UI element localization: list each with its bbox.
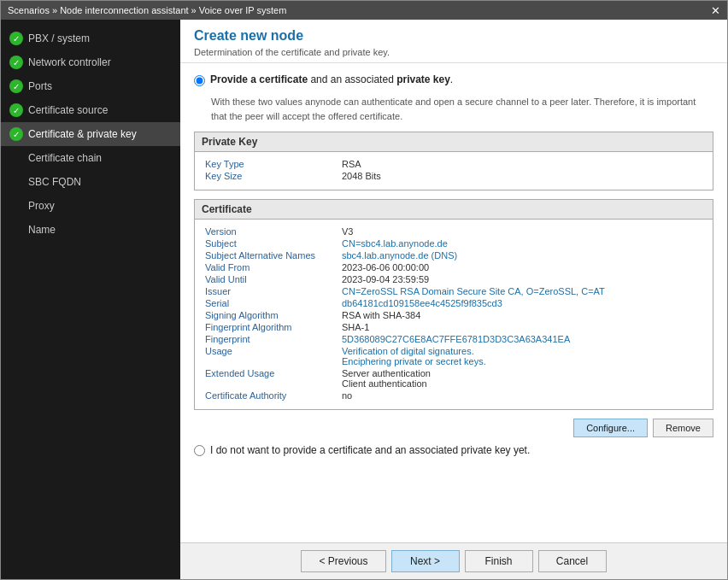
extended-usage-value: Server authenticationClient authenticati… bbox=[342, 368, 431, 389]
main-content: Provide a certificate and an associated … bbox=[180, 63, 727, 542]
valid-until-row: Valid Until 2023-09-04 23:59:59 bbox=[205, 274, 702, 284]
sidebar-item-label-sbc-fqdn: SBC FQDN bbox=[28, 176, 81, 188]
radio-no-provide-option: I do not want to provide a certificate a… bbox=[194, 444, 713, 456]
usage-label: Usage bbox=[205, 346, 342, 366]
private-key-box: Private Key Key Type RSA Key Size 2048 B… bbox=[194, 132, 713, 190]
radio-no-provide-bold2: private key bbox=[461, 444, 511, 456]
check-icon-network-controller: ✓ bbox=[9, 56, 23, 69]
sidebar-item-network-controller[interactable]: ✓Network controller bbox=[1, 50, 180, 74]
valid-from-value: 2023-06-06 00:00:00 bbox=[342, 262, 429, 272]
page-title: Create new node bbox=[194, 28, 713, 44]
private-key-header: Private Key bbox=[195, 132, 713, 152]
cert-authority-row: Certificate Authority no bbox=[205, 390, 702, 401]
cert-authority-label: Certificate Authority bbox=[205, 390, 342, 401]
sidebar-item-proxy[interactable]: Proxy bbox=[1, 194, 180, 218]
key-type-value: RSA bbox=[342, 159, 361, 169]
sidebar-item-certificate-source[interactable]: ✓Certificate source bbox=[1, 98, 180, 122]
extended-usage-row: Extended Usage Server authenticationClie… bbox=[205, 368, 702, 389]
radio-provide-description: With these two values anynode can authen… bbox=[211, 95, 713, 123]
serial-row: Serial db64181cd109158ee4c4525f9f835cd3 bbox=[205, 298, 702, 308]
fingerprint-alg-label: Fingerprint Algorithm bbox=[205, 322, 342, 332]
sidebar-item-pbx-system[interactable]: ✓PBX / system bbox=[1, 26, 180, 50]
radio-provide-bold1: Provide a certificate bbox=[210, 73, 308, 85]
sidebar-item-certificate-chain[interactable]: Certificate chain bbox=[1, 146, 180, 170]
key-type-row: Key Type RSA bbox=[205, 159, 702, 169]
main-window: Scenarios » Node interconnection assista… bbox=[0, 0, 728, 580]
version-label: Version bbox=[205, 226, 342, 237]
certificate-header: Certificate bbox=[195, 200, 713, 220]
radio-no-provide-bold1: provide a certificate bbox=[283, 444, 372, 456]
valid-until-label: Valid Until bbox=[205, 274, 342, 284]
sidebar-item-label-certificate-source: Certificate source bbox=[28, 104, 108, 116]
sidebar-item-label-name: Name bbox=[28, 224, 56, 236]
radio-provide[interactable] bbox=[194, 75, 205, 86]
issuer-label: Issuer bbox=[205, 286, 342, 296]
key-size-row: Key Size 2048 Bits bbox=[205, 171, 702, 181]
title-bar-text: Scenarios » Node interconnection assista… bbox=[8, 5, 286, 15]
san-row: Subject Alternative Names sbc4.lab.anyno… bbox=[205, 250, 702, 261]
valid-until-value: 2023-09-04 23:59:59 bbox=[342, 274, 429, 284]
serial-label: Serial bbox=[205, 298, 342, 308]
no-icon-name bbox=[9, 223, 23, 237]
sidebar-item-ports[interactable]: ✓Ports bbox=[1, 74, 180, 98]
san-value: sbc4.lab.anynode.de (DNS) bbox=[342, 250, 457, 261]
previous-button[interactable]: < Previous bbox=[301, 550, 385, 572]
cert-authority-value: no bbox=[342, 390, 352, 401]
private-key-content: Key Type RSA Key Size 2048 Bits bbox=[195, 152, 713, 190]
fingerprint-label: Fingerprint bbox=[205, 334, 342, 344]
radio-no-provide-text1: I do not bbox=[210, 444, 244, 456]
key-size-value: 2048 Bits bbox=[342, 171, 381, 181]
fingerprint-value: 5D368089C27C6E8AC7FFE6781D3D3C3A63A341EA bbox=[342, 334, 570, 344]
configure-button[interactable]: Configure... bbox=[573, 419, 648, 437]
check-icon-ports: ✓ bbox=[9, 79, 23, 93]
sidebar-item-label-ports: Ports bbox=[28, 80, 52, 92]
sidebar-item-sbc-fqdn[interactable]: SBC FQDN bbox=[1, 170, 180, 194]
check-icon-certificate-source: ✓ bbox=[9, 103, 23, 117]
subject-value: CN=sbc4.lab.anynode.de bbox=[342, 238, 448, 249]
signing-alg-value: RSA with SHA-384 bbox=[342, 310, 420, 320]
fingerprint-row: Fingerprint 5D368089C27C6E8AC7FFE6781D3D… bbox=[205, 334, 702, 344]
radio-no-provide[interactable] bbox=[194, 445, 205, 456]
next-button[interactable]: Next > bbox=[391, 550, 460, 572]
version-value: V3 bbox=[342, 226, 353, 237]
version-row: Version V3 bbox=[205, 226, 702, 237]
radio-provide-option: Provide a certificate and an associated … bbox=[194, 73, 713, 86]
signing-alg-label: Signing Algorithm bbox=[205, 310, 342, 320]
subject-label: Subject bbox=[205, 238, 342, 249]
radio-no-provide-text3: and an associated bbox=[375, 444, 461, 456]
sidebar-item-name[interactable]: Name bbox=[1, 218, 180, 242]
radio-no-provide-text2: want to bbox=[247, 444, 283, 456]
sidebar: ✓PBX / system✓Network controller✓Ports✓C… bbox=[1, 20, 180, 579]
sidebar-item-certificate-private-key[interactable]: ✓Certificate & private key bbox=[1, 122, 180, 146]
title-bar: Scenarios » Node interconnection assista… bbox=[1, 1, 727, 20]
no-icon-sbc-fqdn bbox=[9, 175, 23, 189]
no-icon-proxy bbox=[9, 199, 23, 213]
valid-from-label: Valid From bbox=[205, 262, 342, 272]
fingerprint-alg-row: Fingerprint Algorithm SHA-1 bbox=[205, 322, 702, 332]
cert-actions: Configure... Remove bbox=[194, 419, 713, 437]
remove-button[interactable]: Remove bbox=[653, 419, 713, 437]
close-button[interactable]: ✕ bbox=[711, 4, 720, 17]
main-panel: Create new node Determination of the cer… bbox=[180, 20, 727, 579]
key-type-label: Key Type bbox=[205, 159, 342, 169]
sidebar-item-label-certificate-chain: Certificate chain bbox=[28, 152, 102, 164]
san-label: Subject Alternative Names bbox=[205, 250, 342, 261]
finish-button[interactable]: Finish bbox=[465, 550, 533, 572]
sidebar-item-label-proxy: Proxy bbox=[28, 200, 55, 212]
radio-provide-label[interactable]: Provide a certificate and an associated … bbox=[210, 73, 453, 85]
certificate-box: Certificate Version V3 Subject CN=sbc4.l… bbox=[194, 199, 713, 410]
radio-no-provide-label[interactable]: I do not want to provide a certificate a… bbox=[210, 444, 530, 456]
sidebar-item-label-pbx-system: PBX / system bbox=[28, 32, 90, 44]
content-area: ✓PBX / system✓Network controller✓Ports✓C… bbox=[1, 20, 727, 579]
certificate-content: Version V3 Subject CN=sbc4.lab.anynode.d… bbox=[195, 220, 713, 409]
signing-alg-row: Signing Algorithm RSA with SHA-384 bbox=[205, 310, 702, 320]
valid-from-row: Valid From 2023-06-06 00:00:00 bbox=[205, 262, 702, 272]
check-icon-certificate-private-key: ✓ bbox=[9, 127, 23, 141]
serial-value: db64181cd109158ee4c4525f9f835cd3 bbox=[342, 298, 502, 308]
radio-provide-bold2: private key bbox=[396, 73, 450, 85]
usage-value: Verification of digital signatures.Encip… bbox=[342, 346, 486, 366]
sidebar-item-label-certificate-private-key: Certificate & private key bbox=[28, 128, 137, 140]
cancel-button[interactable]: Cancel bbox=[538, 550, 607, 572]
extended-usage-label: Extended Usage bbox=[205, 368, 342, 389]
subject-row: Subject CN=sbc4.lab.anynode.de bbox=[205, 238, 702, 249]
